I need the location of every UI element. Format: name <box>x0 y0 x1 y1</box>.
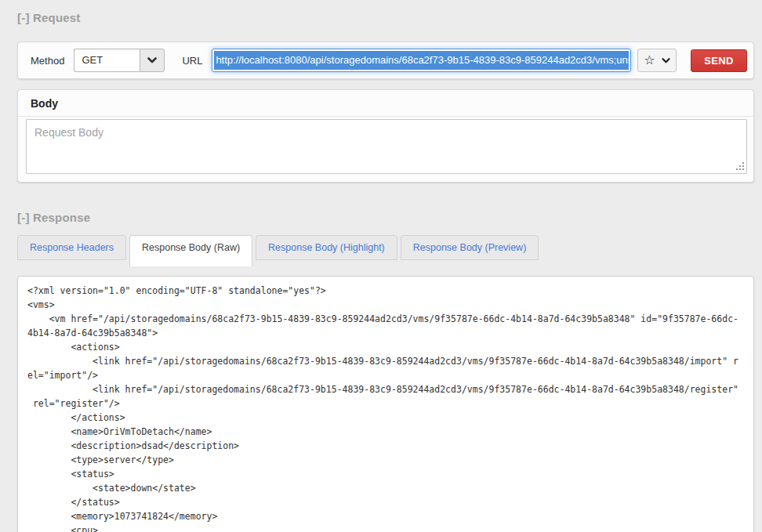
star-icon: ☆ <box>644 54 655 67</box>
response-body-panel: <?xml version="1.0" encoding="UTF-8" sta… <box>17 276 754 532</box>
request-body-textarea[interactable] <box>26 119 747 174</box>
textarea-resize-grip[interactable] <box>742 168 744 170</box>
response-tabs: Response Headers Response Body (Raw) Res… <box>17 235 754 267</box>
method-label: Method <box>31 55 64 67</box>
body-panel-title: Body <box>18 90 753 117</box>
chevron-down-icon <box>147 57 157 63</box>
response-section-toggle[interactable]: [-] Response <box>17 211 754 224</box>
rest-client-page: [-] Request Method GET URL http://localh… <box>0 0 762 532</box>
tab-response-headers[interactable]: Response Headers <box>17 235 126 260</box>
url-input[interactable]: http://localhost:8080/api/storagedomains… <box>212 49 631 72</box>
method-dropdown-button[interactable] <box>140 49 165 72</box>
url-selected-text: http://localhost:8080/api/storagedomains… <box>214 51 629 70</box>
method-select-group: GET <box>74 49 165 72</box>
send-button[interactable]: SEND <box>691 49 747 72</box>
tab-response-body-raw[interactable]: Response Body (Raw) <box>129 235 252 266</box>
method-select[interactable]: GET <box>74 49 140 72</box>
favorites-dropdown-button[interactable]: ☆ <box>637 49 677 72</box>
url-label: URL <box>182 55 202 67</box>
chevron-down-icon <box>662 58 670 63</box>
request-bar: Method GET URL http://localhost:8080/api… <box>17 42 754 79</box>
tab-response-body-highlight[interactable]: Response Body (Highlight) <box>256 235 397 260</box>
response-body-pre: <?xml version="1.0" encoding="UTF-8" sta… <box>27 284 744 532</box>
request-section-toggle[interactable]: [-] Request <box>17 11 754 24</box>
tab-response-body-preview[interactable]: Response Body (Preview) <box>401 235 539 260</box>
body-area <box>18 117 753 174</box>
request-body-panel: Body <box>17 89 754 183</box>
